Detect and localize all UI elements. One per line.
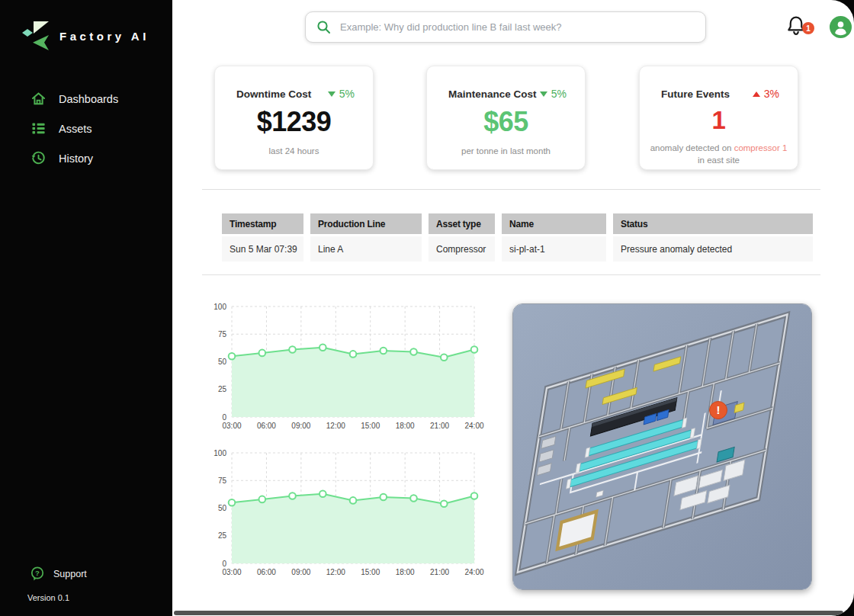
svg-text:09:00: 09:00 — [291, 422, 310, 430]
svg-text:24:00: 24:00 — [464, 568, 483, 576]
card-value: $1239 — [215, 106, 373, 138]
card-title: Downtime Cost — [236, 88, 311, 100]
factory-ai-logo-icon — [21, 20, 50, 52]
trend-value: 3% — [764, 88, 779, 100]
card-value: 1 — [640, 106, 798, 135]
svg-text:21:00: 21:00 — [430, 568, 449, 576]
svg-text:75: 75 — [218, 330, 227, 338]
svg-text:?: ? — [35, 569, 40, 577]
app-title: Factory AI — [59, 30, 149, 43]
svg-text:24:00: 24:00 — [464, 422, 483, 430]
main-content: 1 Downtime Cost 5% $1239 last 24 hours M… — [172, 0, 854, 616]
svg-text:21:00: 21:00 — [430, 422, 449, 430]
search-input[interactable] — [339, 21, 695, 34]
support-label: Support — [53, 569, 87, 579]
svg-text:0: 0 — [222, 413, 226, 422]
horizontal-scrollbar[interactable] — [174, 611, 843, 615]
sidebar-item-label: Dashboards — [59, 93, 118, 105]
search-icon — [316, 20, 331, 34]
list-icon — [30, 120, 47, 136]
separator — [202, 274, 820, 275]
svg-text:12:00: 12:00 — [326, 422, 345, 430]
svg-text:15:00: 15:00 — [361, 568, 380, 576]
table-cell: si-pl-at-1 — [502, 236, 606, 261]
user-avatar[interactable] — [830, 16, 852, 38]
sidebar-item-assets[interactable]: Assets — [0, 114, 172, 143]
sidebar-item-history[interactable]: History — [0, 143, 172, 173]
notification-count: 1 — [806, 24, 811, 33]
svg-text:09:00: 09:00 — [291, 568, 310, 576]
caption-prefix: anomaly detected on — [650, 143, 734, 152]
svg-text:06:00: 06:00 — [257, 422, 276, 430]
svg-text:75: 75 — [218, 476, 227, 485]
svg-text:18:00: 18:00 — [396, 568, 415, 576]
alert-exclamation: ! — [717, 403, 721, 416]
sidebar: Factory AI Dashboards Assets — [0, 0, 172, 616]
oee-area-chart-2: 025507510003:0006:0009:0012:0015:0018:00… — [206, 448, 490, 579]
events-table: TimestampProduction LineAsset typeNameSt… — [222, 213, 813, 261]
sidebar-nav: Dashboards Assets History — [0, 84, 172, 173]
card-title: Future Events — [661, 88, 730, 100]
svg-text:15:00: 15:00 — [361, 422, 380, 430]
svg-text:100: 100 — [214, 449, 226, 457]
svg-text:50: 50 — [218, 504, 227, 512]
svg-text:06:00: 06:00 — [257, 568, 276, 576]
trend-up-icon — [753, 91, 760, 97]
card-caption: anomaly detected on compressor 1 in east… — [640, 142, 798, 166]
card-value: $65 — [427, 106, 585, 138]
svg-text:18:00: 18:00 — [396, 422, 415, 430]
history-clock-icon — [30, 150, 47, 166]
kpi-card-maintenance-cost: Maintenance Cost 5% $65 per tonne in las… — [426, 66, 586, 170]
card-caption: last 24 hours — [215, 145, 373, 157]
oee-area-chart-1: 025507510003:0006:0009:0012:0015:0018:00… — [206, 302, 490, 433]
svg-text:0: 0 — [222, 560, 226, 568]
svg-text:03:00: 03:00 — [222, 422, 241, 430]
trend-down-icon — [540, 91, 547, 97]
sidebar-item-dashboards[interactable]: Dashboards — [0, 84, 172, 114]
table-cell: Pressure anomaly detected — [613, 236, 813, 261]
trend-indicator: 3% — [753, 88, 779, 100]
separator — [202, 189, 820, 190]
home-icon — [30, 91, 47, 107]
table-cell: Sun 5 Mar 07:39 — [222, 236, 303, 261]
trend-value: 5% — [339, 88, 355, 100]
svg-text:100: 100 — [214, 303, 226, 311]
svg-text:25: 25 — [218, 385, 227, 393]
svg-text:03:00: 03:00 — [222, 568, 241, 576]
card-caption: per tonne in last month — [427, 145, 585, 157]
compressor-link[interactable]: compressor 1 — [734, 143, 788, 152]
version-label: Version 0.1 — [27, 593, 69, 602]
card-title: Maintenance Cost — [448, 88, 537, 100]
sidebar-item-label: Assets — [59, 123, 92, 135]
person-icon — [830, 16, 852, 38]
factory-floorplan: ! — [513, 304, 811, 589]
kpi-card-future-events: Future Events 3% 1 anomaly detected on c… — [639, 66, 798, 170]
caption-suffix: in east site — [647, 154, 790, 166]
help-question-icon: ? — [30, 566, 44, 582]
table-cell: Compressor — [429, 236, 495, 261]
table-row[interactable]: Sun 5 Mar 07:39Line ACompressorsi-pl-at-… — [222, 236, 813, 261]
svg-text:12:00: 12:00 — [326, 568, 345, 576]
notification-count-badge[interactable]: 1 — [802, 22, 814, 34]
support-button[interactable]: ? Support — [30, 566, 87, 582]
trend-indicator: 5% — [328, 88, 355, 100]
table-header-cell: Timestamp — [222, 213, 303, 234]
trend-indicator: 5% — [540, 88, 567, 100]
table-header-cell: Asset type — [429, 213, 495, 234]
table-header-cell: Production Line — [310, 213, 422, 234]
svg-text:50: 50 — [218, 358, 227, 366]
table-header-cell: Name — [502, 213, 606, 234]
svg-text:25: 25 — [218, 531, 227, 540]
factory-3d-map[interactable]: ! — [512, 303, 812, 590]
sidebar-item-label: History — [59, 152, 93, 165]
table-cell: Line A — [310, 236, 422, 261]
kpi-card-downtime-cost: Downtime Cost 5% $1239 last 24 hours — [214, 66, 374, 170]
trend-down-icon — [328, 91, 336, 97]
search-bar[interactable] — [305, 11, 706, 43]
table-header-cell: Status — [613, 213, 813, 234]
app-logo[interactable]: Factory AI — [21, 20, 149, 52]
trend-value: 5% — [551, 88, 567, 100]
map-alert-marker[interactable]: ! — [710, 402, 727, 419]
